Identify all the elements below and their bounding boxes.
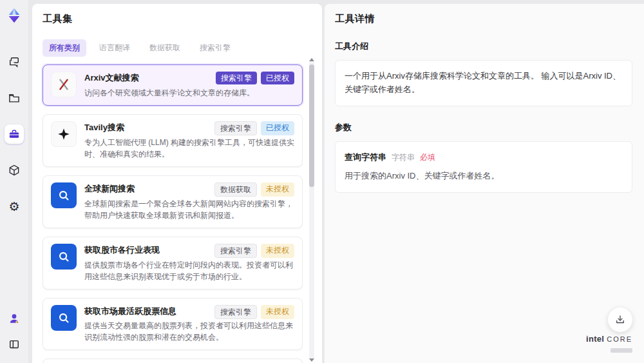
tool-list: Arxiv文献搜索 访问各个研究领域大量科学论文和文章的存储库。 搜索引擎 已授…	[43, 64, 312, 363]
tool-card-regional-news[interactable]: 万维地区新闻查询 查询具体行政区划内的新闻，快速了解各地新闻动 搜索引擎 未授权	[43, 358, 303, 363]
core-product-text: CORE	[607, 335, 632, 343]
sidebar-item-account[interactable]	[5, 309, 24, 328]
news-search-icon	[51, 244, 77, 270]
processor-sub-badge	[611, 348, 632, 353]
tab-all-categories[interactable]: 所有类别	[43, 39, 86, 57]
tool-card-most-active-stocks[interactable]: 获取市场最活跃股票信息 提供当天交易量最高的股票列表，投资者可以利用这些信息来识…	[43, 298, 303, 351]
user-icon	[8, 312, 21, 325]
category-badge: 搜索引擎	[214, 244, 257, 258]
tool-card-sector-performance[interactable]: 获取股市各行业表现 提供股票市场各个行业在特定时间段内的表现。投资者可以利用这些…	[43, 237, 303, 289]
category-badge: 搜索引擎	[214, 305, 257, 319]
scrollbar-thumb[interactable]	[309, 64, 314, 187]
tab-search-engine[interactable]: 搜索引擎	[193, 39, 237, 57]
arxiv-logo-icon	[51, 72, 77, 97]
toolbox-icon	[8, 128, 21, 141]
download-button[interactable]	[608, 308, 632, 332]
category-tabs: 所有类别 语言翻译 数据获取 搜索引擎	[43, 39, 312, 57]
auth-status-badge: 未授权	[261, 182, 294, 197]
auth-status-badge: 未授权	[261, 244, 294, 258]
scroll-up-icon[interactable]	[309, 58, 314, 61]
params-heading: 参数	[335, 122, 632, 133]
tool-description: 提供股票市场各个行业在特定时间段内的表现。投资者可以利用这些信息来识别表现优于或…	[84, 259, 294, 282]
detail-title: 工具详情	[335, 13, 632, 25]
tavily-star-icon	[51, 121, 77, 147]
auth-status-badge: 未授权	[261, 305, 294, 319]
category-badge: 搜索引擎	[216, 72, 257, 84]
auth-status-badge: 已授权	[261, 72, 294, 84]
tool-card-global-news[interactable]: 全球新闻搜索 全球新闻搜索是一个聚合全球各大新闻网站内容的搜索引擎，帮助用户快速…	[43, 175, 303, 228]
news-search-icon	[51, 305, 77, 331]
chat-icon	[8, 55, 21, 68]
settings-gear-icon: ⚙	[8, 201, 19, 213]
intro-heading: 工具介绍	[335, 41, 632, 52]
tool-description: 专为人工智能代理 (LLM) 构建的搜索引擎工具，可快速提供实时、准确和真实的结…	[84, 137, 294, 160]
param-box: 查询字符串 字符串 必填 用于搜索的Arxiv ID、关键字或作者姓名。	[335, 141, 632, 193]
category-badge: 搜索引擎	[214, 121, 257, 135]
param-description: 用于搜索的Arxiv ID、关键字或作者姓名。	[345, 170, 623, 183]
sidebar-item-tools[interactable]	[5, 124, 24, 144]
app-sidebar: ⚙	[0, 0, 28, 363]
tab-data-acquisition[interactable]: 数据获取	[143, 39, 187, 57]
sidebar-item-files[interactable]	[5, 88, 24, 108]
param-name: 查询字符串	[345, 151, 386, 164]
category-badge: 数据获取	[214, 182, 257, 197]
tool-description: 全球新闻搜索是一个聚合全球各大新闻网站内容的搜索引擎，帮助用户快速获取全球最新资…	[84, 198, 294, 221]
news-search-icon	[51, 182, 77, 208]
sidebar-item-panel-toggle[interactable]	[5, 335, 24, 354]
auth-status-badge: 已授权	[261, 121, 294, 135]
tool-list-scrollbar[interactable]	[309, 61, 314, 360]
param-type: 字符串	[392, 152, 415, 164]
package-icon	[8, 164, 21, 177]
tool-card-tavily[interactable]: Tavily搜索 专为人工智能代理 (LLM) 构建的搜索引擎工具，可快速提供实…	[43, 114, 303, 167]
page-title: 工具集	[43, 13, 312, 25]
intel-core-watermark: intel CORE	[586, 334, 632, 355]
tool-description: 访问各个研究领域大量科学论文和文章的存储库。	[84, 87, 294, 99]
app-logo-icon	[5, 6, 24, 25]
folder-icon	[8, 92, 21, 104]
panel-toggle-icon	[8, 338, 21, 351]
sidebar-item-settings[interactable]: ⚙	[5, 197, 24, 216]
intro-text: 一个用于从Arxiv存储库搜索科学论文和文章的工具。 输入可以是Arxiv ID…	[345, 71, 621, 94]
sidebar-item-chat[interactable]	[5, 52, 24, 72]
download-icon	[614, 314, 626, 326]
tab-language-translation[interactable]: 语言翻译	[93, 39, 137, 57]
tool-collection-panel: 工具集 所有类别 语言翻译 数据获取 搜索引擎 Arxiv文献搜索 访问各个研究…	[32, 4, 322, 363]
sidebar-item-packages[interactable]	[5, 161, 24, 180]
scroll-down-icon[interactable]	[309, 358, 314, 362]
intro-box: 一个用于从Arxiv存储库搜索科学论文和文章的工具。 输入可以是Arxiv ID…	[335, 60, 632, 106]
intel-brand-text: intel	[586, 334, 604, 344]
tool-detail-panel: 工具详情 工具介绍 一个用于从Arxiv存储库搜索科学论文和文章的工具。 输入可…	[325, 4, 644, 363]
param-required-badge: 必填	[420, 152, 435, 164]
tool-card-arxiv[interactable]: Arxiv文献搜索 访问各个研究领域大量科学论文和文章的存储库。 搜索引擎 已授…	[43, 64, 303, 106]
tool-description: 提供当天交易量最高的股票列表，投资者可以利用这些信息来识别流动性强的股票和潜在的…	[84, 320, 294, 343]
